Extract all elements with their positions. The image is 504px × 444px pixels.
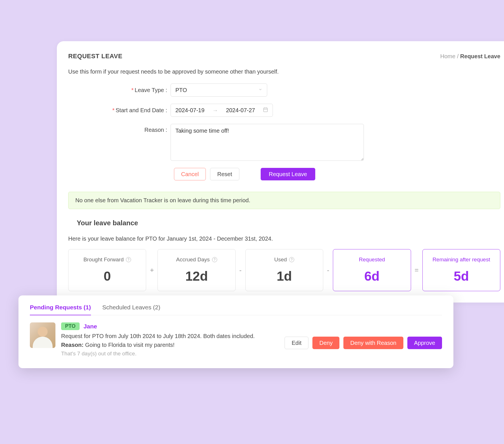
request-leave-button[interactable]: Request Leave <box>261 168 316 180</box>
tab-pending-requests[interactable]: Pending Requests (1) <box>30 304 91 315</box>
used-label: Used <box>274 257 287 263</box>
reason-label: Reason: <box>61 342 84 348</box>
reason-text: Going to Florida to visit my parents! <box>84 342 175 348</box>
balance-requested: Requested 6d <box>333 249 411 291</box>
approve-button[interactable]: Approve <box>407 337 442 349</box>
chevron-down-icon <box>258 87 262 93</box>
help-icon[interactable]: ? <box>212 257 217 262</box>
request-meta: That's 7 day(s) out of the office. <box>61 351 279 357</box>
request-item: PTO Jane Request for PTO from July 10th … <box>30 322 442 357</box>
page-title: REQUEST LEAVE <box>68 53 123 60</box>
tab-scheduled-leaves[interactable]: Scheduled Leaves (2) <box>102 304 160 315</box>
form-description: Use this form if your request needs to b… <box>68 68 500 75</box>
breadcrumb-home[interactable]: Home <box>440 53 455 59</box>
minus-operator: - <box>325 266 331 274</box>
breadcrumb-current: Request Leave <box>460 53 500 59</box>
balance-title: Your leave balance <box>77 219 500 227</box>
pending-requests-panel: Pending Requests (1) Scheduled Leaves (2… <box>18 295 453 368</box>
request-description: Request for PTO from July 10th 2024 to J… <box>61 333 279 339</box>
request-leave-panel: REQUEST LEAVE Home / Request Leave Use t… <box>57 41 504 303</box>
user-name-link[interactable]: Jane <box>84 323 97 330</box>
minus-operator: - <box>238 266 243 274</box>
start-date-value: 2024-07-19 <box>175 107 204 114</box>
leave-type-badge: PTO <box>61 322 80 330</box>
equals-operator: = <box>413 266 420 274</box>
balance-used: Used ? 1d <box>245 249 323 291</box>
remaining-label: Remaining after request <box>432 257 490 263</box>
date-range-picker[interactable]: 2024-07-19 → 2024-07-27 <box>171 104 273 117</box>
breadcrumb-separator: / <box>457 53 459 59</box>
balance-description: Here is your leave balance for PTO for J… <box>68 235 500 242</box>
tabs: Pending Requests (1) Scheduled Leaves (2… <box>30 304 442 315</box>
calendar-icon <box>263 107 268 114</box>
brought-forward-value: 0 <box>76 268 139 284</box>
balance-brought-forward: Brought Forward ? 0 <box>68 249 146 291</box>
deny-button[interactable]: Deny <box>312 337 339 349</box>
request-reason: Reason: Going to Florida to visit my par… <box>61 342 279 348</box>
accrued-value: 12d <box>165 268 228 284</box>
arrow-right-icon: → <box>212 107 218 114</box>
balance-row: Brought Forward ? 0 + Accrued Days ? 12d… <box>68 249 500 291</box>
remaining-value: 5d <box>430 268 493 284</box>
requested-label: Requested <box>359 257 385 263</box>
brought-forward-label: Brought Forward <box>83 257 124 263</box>
help-icon[interactable]: ? <box>289 257 294 262</box>
cancel-button[interactable]: Cancel <box>174 168 206 180</box>
used-value: 1d <box>253 268 316 284</box>
balance-accrued: Accrued Days ? 12d <box>157 249 235 291</box>
reason-textarea[interactable] <box>171 124 364 161</box>
help-icon[interactable]: ? <box>126 257 131 262</box>
leave-type-select[interactable]: PTO <box>171 84 267 97</box>
end-date-value: 2024-07-27 <box>226 107 255 114</box>
svg-rect-0 <box>264 108 267 112</box>
date-range-label: *Start and End Date : <box>68 107 171 114</box>
leave-type-value: PTO <box>175 87 187 93</box>
reason-label: Reason : <box>68 124 171 133</box>
plus-operator: + <box>148 266 155 274</box>
edit-button[interactable]: Edit <box>285 337 308 349</box>
requested-value: 6d <box>340 268 403 284</box>
breadcrumb: Home / Request Leave <box>440 53 500 60</box>
deny-with-reason-button[interactable]: Deny with Reason <box>343 337 403 349</box>
reset-button[interactable]: Reset <box>210 168 239 180</box>
leave-type-label: *Leave Type : <box>68 87 171 93</box>
info-alert: No one else from Vacation Tracker is on … <box>68 192 500 209</box>
balance-remaining: Remaining after request 5d <box>422 249 500 291</box>
avatar <box>30 322 55 348</box>
accrued-label: Accrued Days <box>176 257 210 263</box>
